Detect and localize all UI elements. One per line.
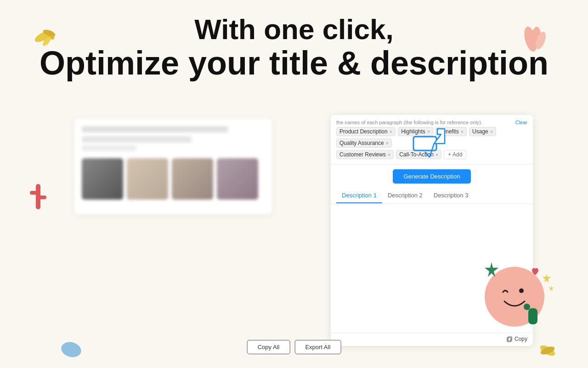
product-title-bar2 [82, 136, 192, 143]
hero-section: With one click, Optimize your title & de… [0, 0, 588, 81]
deco-leaves-bottomright [537, 340, 558, 361]
hero-line2: Optimize your title & description [0, 45, 588, 81]
description-tabs: Description 1 Description 2 Description … [331, 188, 533, 204]
product-img-3 [172, 158, 213, 200]
tag-x-quality[interactable]: × [386, 140, 389, 146]
arrow-decoration [404, 121, 446, 162]
generate-description-button[interactable]: Generate Description [393, 169, 471, 184]
generate-row: Generate Description [331, 165, 533, 188]
bottom-buttons: Copy All Export All [247, 340, 341, 354]
svg-point-13 [538, 343, 556, 358]
tab-description-2[interactable]: Description 2 [382, 188, 428, 203]
svg-point-12 [60, 340, 83, 359]
product-images-row [82, 158, 265, 200]
tag-product-description[interactable]: Product Description × [336, 127, 396, 136]
svg-point-23 [519, 288, 524, 293]
svg-rect-24 [528, 308, 537, 324]
product-title-bar1 [82, 126, 228, 132]
svg-marker-27 [543, 274, 551, 282]
clear-link[interactable]: Clear [515, 120, 527, 125]
tab-description-3[interactable]: Description 3 [428, 188, 474, 203]
svg-rect-6 [36, 184, 40, 209]
hero-line1: With one click, [0, 14, 588, 45]
svg-point-14 [540, 345, 556, 356]
svg-marker-28 [548, 285, 554, 291]
tag-customer-reviews[interactable]: Customer Reviews × [336, 150, 394, 159]
left-product-panel [74, 119, 272, 214]
copy-all-button[interactable]: Copy All [247, 340, 290, 354]
product-img-2 [127, 158, 168, 200]
tag-usage[interactable]: Usage × [469, 127, 496, 136]
product-img-1 [82, 158, 123, 200]
tag-x-reviews[interactable]: × [388, 152, 390, 157]
deco-cactus-left [28, 175, 48, 212]
product-price-bar [82, 145, 136, 151]
add-tag-button[interactable]: + Add [444, 150, 466, 159]
product-img-4 [217, 158, 258, 200]
export-all-button[interactable]: Export All [294, 340, 341, 354]
tag-x-usage[interactable]: × [490, 129, 493, 134]
tag-x-benefits[interactable]: × [461, 129, 464, 134]
deco-leaf-bottomleft [60, 340, 83, 359]
svg-rect-25 [524, 304, 530, 310]
tab-description-1[interactable]: Description 1 [336, 188, 382, 203]
tag-quality-assurance[interactable]: Quality Assurance × [336, 138, 392, 148]
mascot-character [469, 248, 560, 340]
svg-rect-8 [38, 196, 46, 199]
svg-rect-7 [30, 191, 38, 195]
svg-line-21 [425, 152, 430, 157]
tag-x-product[interactable]: × [390, 129, 392, 134]
